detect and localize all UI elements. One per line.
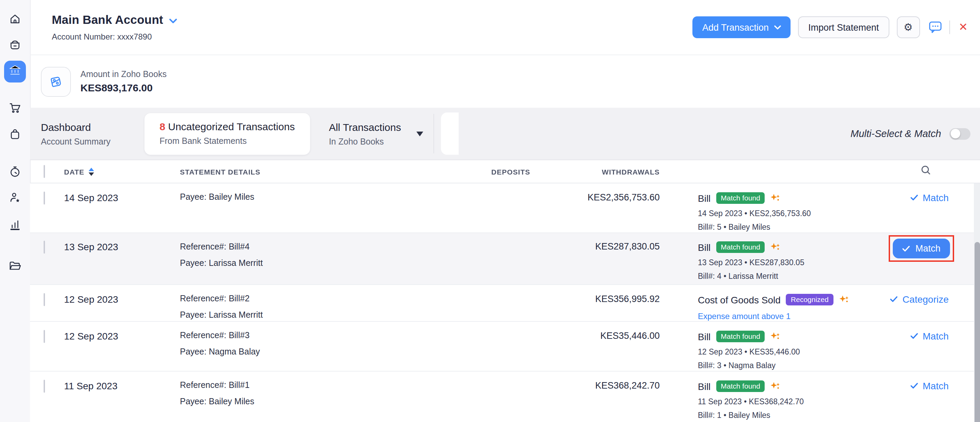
withdrawal-amount: KES35,446.00: [530, 322, 660, 341]
add-transaction-label: Add Transaction: [702, 22, 769, 32]
account-switcher-chevron-icon[interactable]: [169, 14, 178, 26]
tab-overflow-button[interactable]: [441, 113, 459, 155]
ai-sparkle-icon: [770, 381, 781, 391]
folder-icon: [8, 259, 22, 275]
bar-chart-icon: [8, 218, 22, 234]
match-detail-line: 12 Sep 2023 • KES35,446.00: [698, 348, 885, 356]
check-icon: [890, 296, 898, 303]
match-detail-line: Bill#: 1 • Bailey Miles: [698, 411, 885, 419]
sidebar-item-documents[interactable]: [0, 259, 30, 275]
tab-bar: Dashboard Account Summary 8 Uncategorize…: [30, 108, 980, 160]
row-checkbox[interactable]: [44, 191, 45, 204]
match-detail-line: Bill#: 3 • Nagma Balay: [698, 361, 885, 369]
match-found-badge: Match found: [716, 381, 765, 392]
app-window: Main Bank Account Account Number: xxxx78…: [0, 0, 980, 422]
row-checkbox[interactable]: [44, 293, 45, 306]
ai-sparkle-icon: [770, 331, 781, 342]
tab-dashboard-title: Dashboard: [41, 121, 110, 132]
transaction-date: 14 Sep 2023: [64, 183, 180, 203]
gear-icon: ⚙: [904, 21, 913, 33]
match-action-button[interactable]: Match: [893, 239, 950, 258]
row-checkbox[interactable]: [44, 330, 45, 343]
amount-label: Amount in Zoho Books: [80, 70, 167, 79]
action-label: Match: [923, 381, 949, 391]
tab-uncategorized-title: Uncategorized Transactions: [165, 120, 295, 132]
withdrawal-amount: KES2,356,753.60: [530, 183, 660, 202]
feedback-button[interactable]: [929, 21, 942, 33]
scrollbar-thumb[interactable]: [974, 242, 980, 422]
match-found-badge: Match found: [716, 331, 765, 342]
sidebar-item-purchases[interactable]: [0, 127, 30, 144]
match-detail-line: 14 Sep 2023 • KES2,356,753.60: [698, 209, 885, 218]
page-title: Main Bank Account: [52, 13, 163, 27]
match-action-link[interactable]: Match: [910, 381, 949, 391]
sidebar: [0, 0, 31, 422]
home-icon: [8, 12, 22, 29]
select-all-checkbox[interactable]: [44, 165, 45, 178]
match-action-link[interactable]: Match: [910, 192, 949, 203]
accountant-icon: [8, 191, 22, 207]
sidebar-item-reports[interactable]: [0, 218, 30, 234]
sort-icon: [89, 167, 94, 175]
tab-all-transactions[interactable]: All Transactions In Zoho Books: [329, 121, 401, 146]
statement-line: Reference#: Bill#1: [180, 381, 455, 391]
topbar: Main Bank Account Account Number: xxxx78…: [30, 0, 980, 55]
divider: [949, 21, 950, 34]
match-detail-line: 13 Sep 2023 • KES287,830.05: [698, 258, 885, 267]
statement-line: Payee: Larissa Merritt: [180, 258, 455, 269]
multi-select-toggle[interactable]: [949, 128, 970, 139]
table-body: 14 Sep 2023 Payee: Bailey Miles KES2,356…: [30, 183, 980, 422]
tab-all-title: All Transactions: [329, 121, 401, 132]
tab-dropdown-button[interactable]: [416, 131, 424, 136]
close-button[interactable]: ✕: [959, 22, 968, 33]
zoho-books-logo: [41, 67, 71, 97]
column-header-date[interactable]: DATE: [64, 167, 180, 175]
match-entity-type: Bill: [698, 193, 711, 204]
check-icon: [910, 333, 918, 339]
sidebar-item-accountant[interactable]: [0, 191, 30, 207]
tab-divider: [434, 114, 434, 153]
match-entity-type: Bill: [698, 331, 711, 342]
row-checkbox[interactable]: [44, 380, 45, 393]
sidebar-item-sales[interactable]: [0, 101, 30, 117]
match-entity-type: Bill: [698, 242, 711, 253]
bank-icon: [8, 64, 22, 80]
withdrawal-amount: KES368,242.70: [530, 371, 660, 391]
withdrawal-amount: KES287,830.05: [530, 233, 660, 252]
column-header-withdrawals: WITHDRAWALS: [530, 167, 660, 175]
action-label: Match: [915, 244, 940, 253]
ai-sparkle-icon: [770, 242, 781, 252]
account-number: Account Number: xxxx7890: [52, 32, 178, 41]
statement-line: Payee: Bailey Miles: [180, 192, 455, 202]
tab-dashboard[interactable]: Dashboard Account Summary: [41, 121, 110, 146]
check-icon: [910, 382, 918, 389]
check-icon: [902, 245, 910, 252]
transaction-date: 11 Sep 2023: [64, 371, 180, 391]
rule-link[interactable]: Expense amount above 1: [698, 312, 885, 321]
row-checkbox[interactable]: [44, 240, 45, 253]
add-transaction-button[interactable]: Add Transaction: [693, 16, 791, 38]
action-label: Match: [923, 192, 949, 203]
sidebar-item-items[interactable]: [0, 38, 30, 54]
deposit-amount: [455, 371, 530, 381]
statement-line: Reference#: Bill#3: [180, 331, 455, 341]
settings-button[interactable]: ⚙: [897, 16, 920, 38]
sidebar-item-home[interactable]: [0, 12, 30, 29]
table-row: 12 Sep 2023 Reference#: Bill#2 Payee: La…: [30, 285, 980, 322]
toggle-knob: [951, 129, 960, 139]
match-detail-line: 11 Sep 2023 • KES368,242.70: [698, 398, 885, 406]
column-header-deposits: DEPOSITS: [455, 167, 530, 175]
stopwatch-icon: [8, 165, 22, 182]
match-entity-type: Bill: [698, 381, 711, 392]
withdrawal-amount: KES356,995.92: [530, 285, 660, 304]
search-icon[interactable]: [921, 165, 931, 178]
sidebar-item-time-tracking[interactable]: [0, 165, 30, 182]
table-row-highlighted: 13 Sep 2023 Reference#: Bill#4 Payee: La…: [30, 233, 980, 285]
match-action-link[interactable]: Match: [910, 331, 949, 342]
tab-uncategorized-transactions[interactable]: 8 Uncategorized Transactions From Bank S…: [145, 113, 310, 154]
chevron-down-icon: [774, 25, 781, 30]
categorize-action-link[interactable]: Categorize: [890, 294, 949, 305]
sidebar-item-banking-active[interactable]: [4, 61, 26, 83]
import-statement-button[interactable]: Import Statement: [798, 16, 889, 38]
transactions-table: DATE STATEMENT DETAILS DEPOSITS WITHDRAW…: [30, 160, 980, 422]
